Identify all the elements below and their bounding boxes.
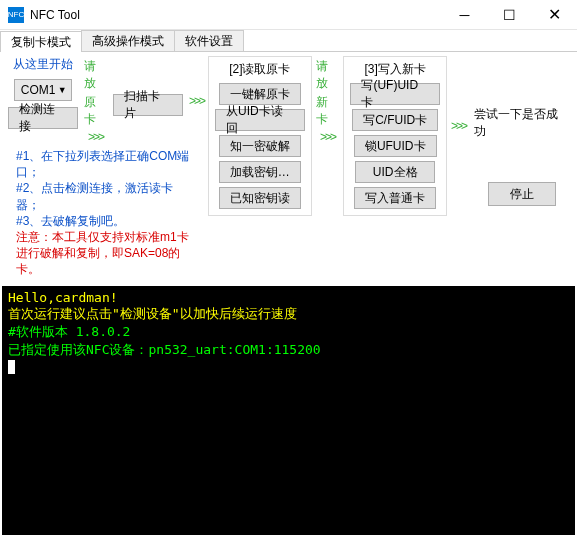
known-key-read-button[interactable]: 已知密钥读 (219, 187, 301, 209)
com-port-value: COM1 (21, 83, 56, 97)
known-one-crack-button[interactable]: 知一密破解 (219, 135, 301, 157)
write-card-group: [3]写入新卡 写(UF)UID卡 写C/FUID卡 锁UFUID卡 UID全格… (343, 56, 447, 216)
lock-ufuid-button[interactable]: 锁UFUID卡 (354, 135, 437, 157)
window-title: NFC Tool (30, 8, 442, 22)
hints-text: #1、在下拉列表选择正确COM端口； #2、点击检测连接，激活读卡器； #3、去… (16, 148, 196, 278)
arrow1-label1: 请放 (84, 58, 108, 92)
step-arrow-1b: >>> (189, 56, 204, 146)
hint-line-2: #2、点击检测连接，激活读卡器； (16, 180, 196, 212)
read-group-title: [2]读取原卡 (229, 61, 290, 78)
tab-copy-mode[interactable]: 复制卡模式 (0, 31, 82, 52)
arrow1-arrows: >>> (88, 130, 103, 144)
tab-advanced-mode[interactable]: 高级操作模式 (81, 30, 175, 51)
try-label: 尝试一下是否成功 (474, 106, 569, 140)
write-group-title: [3]写入新卡 (365, 61, 426, 78)
console-line-4: 已指定使用该NFC设备：pn532_uart:COM1:115200 (8, 341, 569, 359)
com-port-select[interactable]: COM1 ▼ (14, 79, 72, 101)
write-normal-button[interactable]: 写入普通卡 (354, 187, 436, 209)
console-line-3: #软件版本 1.8.0.2 (8, 323, 569, 341)
console-line-1: Hello,cardman! (8, 290, 569, 305)
right-column: 尝试一下是否成功 停止 (474, 56, 569, 206)
titlebar: NFC NFC Tool ─ ☐ ✕ (0, 0, 577, 30)
uid-format-button[interactable]: UID全格 (355, 161, 435, 183)
arrow3-arrows: >>> (451, 119, 466, 133)
write-cfuid-button[interactable]: 写C/FUID卡 (352, 109, 438, 131)
maximize-button[interactable]: ☐ (487, 0, 532, 30)
hint-line-3: #3、去破解复制吧。 (16, 213, 196, 229)
arrow1-label2: 原卡 (84, 94, 108, 128)
arrow1b-arrows: >>> (189, 94, 204, 108)
hint-line-1: #1、在下拉列表选择正确COM端口； (16, 148, 196, 180)
load-keys-button[interactable]: 加载密钥… (219, 161, 301, 183)
app-icon: NFC (8, 7, 24, 23)
step-arrow-3: >>> (451, 56, 466, 196)
tab-settings[interactable]: 软件设置 (174, 30, 244, 51)
main-panel: 从这里开始 COM1 ▼ 检测连接 请放 原卡 >>> 扫描卡片 >>> (0, 52, 577, 286)
scan-card-button[interactable]: 扫描卡片 (113, 94, 183, 116)
start-column: 从这里开始 COM1 ▼ 检测连接 (8, 56, 78, 129)
hint-warning: 注意：本工具仅支持对标准m1卡进行破解和复制，即SAK=08的卡。 (16, 229, 196, 278)
cursor-icon (8, 360, 15, 374)
start-title: 从这里开始 (13, 56, 73, 73)
write-uf-uid-button[interactable]: 写(UF)UID卡 (350, 83, 440, 105)
minimize-button[interactable]: ─ (442, 0, 487, 30)
read-card-group: [2]读取原卡 一键解原卡 从UID卡读回 知一密破解 加载密钥… 已知密钥读 (208, 56, 312, 216)
console-output: Hello,cardman! 首次运行建议点击"检测设备"以加快后续运行速度 #… (2, 286, 575, 536)
step-arrow-2: 请放 新卡 >>> (316, 56, 340, 146)
console-line-2: 首次运行建议点击"检测设备"以加快后续运行速度 (8, 305, 569, 323)
close-button[interactable]: ✕ (532, 0, 577, 30)
scan-column: 扫描卡片 (113, 56, 183, 116)
mode-tabs: 复制卡模式 高级操作模式 软件设置 (0, 30, 577, 52)
one-click-decode-button[interactable]: 一键解原卡 (219, 83, 301, 105)
chevron-down-icon: ▼ (58, 85, 67, 95)
arrow2-label2: 新卡 (316, 94, 340, 128)
read-from-uid-button[interactable]: 从UID卡读回 (215, 109, 305, 131)
window-controls: ─ ☐ ✕ (442, 0, 577, 30)
arrow2-arrows: >>> (320, 130, 335, 144)
stop-button[interactable]: 停止 (488, 182, 556, 206)
arrow2-label1: 请放 (316, 58, 340, 92)
detect-connection-button[interactable]: 检测连接 (8, 107, 78, 129)
step-arrow-1: 请放 原卡 >>> (84, 56, 108, 146)
